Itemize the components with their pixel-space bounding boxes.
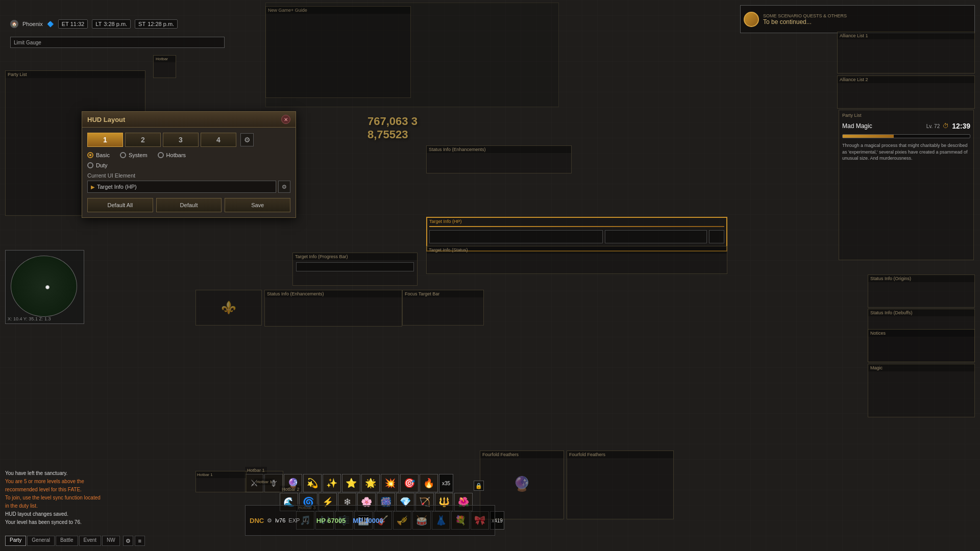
alliance-list-1-panel: Alliance List 1	[837, 32, 975, 73]
lt-label: LT	[95, 21, 102, 27]
focus-target-label: Focus Target Bar	[403, 290, 483, 297]
exp-hp: HP 67005	[316, 517, 346, 524]
radio-system[interactable]: System	[120, 152, 148, 158]
default-all-button[interactable]: Default All	[87, 198, 153, 212]
chat-tab-nw[interactable]: NW	[102, 536, 120, 546]
radio-basic[interactable]: Basic	[87, 152, 110, 158]
hotbar-lock-icon[interactable]: 🔒	[474, 481, 484, 491]
minimap-coords: X: 10.4 Y: 35.1 Z: 1.3	[8, 316, 51, 321]
status-info-label: Status Info (Enhancements)	[427, 146, 571, 153]
dialog-buttons: Default All Default Save	[87, 198, 290, 212]
hotbar1-slot-9[interactable]: 🎯	[400, 474, 419, 492]
step-gauge-icon: ⚜️	[221, 300, 236, 315]
limit-gauge: Limit Gauge	[10, 37, 225, 48]
target-progress-bar	[296, 262, 414, 271]
floating-numbers: 767,063 3 8,75523	[368, 115, 418, 141]
duty-name: Mad Magic	[842, 122, 872, 130]
chat-tab-battle[interactable]: Battle	[56, 536, 78, 546]
chat-msg-2: recommended level for this FATE.	[5, 486, 179, 494]
chat-tab-general[interactable]: General	[27, 536, 55, 546]
chat-tab-event[interactable]: Event	[79, 536, 102, 546]
off-hotbar-label: Fourfold Feathers	[567, 451, 673, 458]
st-time: 12:28 p.m.	[148, 21, 174, 27]
chat-settings-icon[interactable]: ⚙	[123, 536, 133, 546]
alliance-list-2-panel: Alliance List 2	[837, 76, 975, 109]
chat-msg-6: Your level has been synced to 76.	[5, 518, 179, 527]
target-status-label: Target Info (Status)	[427, 246, 727, 254]
exp-level-icon: ⚙	[267, 517, 272, 524]
hotbar-preview-label: Hotbar	[154, 56, 176, 62]
small-hotbar-label: Hotbar 1	[254, 479, 274, 485]
status-info-panel: Status Info (Enhancements)	[426, 145, 572, 173]
top-bar: 🏠 Phoenix 🔷 ET 11:32 LT 3:28 p.m. ST 12:…	[10, 19, 178, 29]
st-time-badge: ST 12:28 p.m.	[135, 19, 178, 29]
target-progress-panel: Target Info (Progress Bar)	[292, 253, 418, 286]
chat-msg-4: in the duty list.	[5, 502, 179, 510]
main-map-panel	[265, 3, 559, 107]
status-effects-label: Status Info (Origins)	[868, 275, 974, 282]
duty-list-panel: Party List Mad Magic Lv. 72 ⏱ 12:39 Thro…	[839, 110, 974, 260]
alliance1-label: Alliance List 1	[838, 32, 974, 39]
duty-list-label: Party List	[842, 113, 862, 118]
exp-job: DNC	[250, 517, 264, 524]
chat-msg-3: To join, use the level sync function loc…	[5, 494, 179, 502]
chat-tab-party[interactable]: Party	[5, 536, 26, 546]
radio-duty[interactable]: Duty	[87, 162, 108, 168]
diamond-icon: 🔷	[47, 21, 54, 28]
layout-tab-1[interactable]: 1	[87, 133, 123, 147]
hotbar-preview-panel: Hotbar	[153, 55, 176, 78]
st-label: ST	[138, 21, 145, 27]
extra-panel-1: Magic	[868, 364, 975, 417]
save-button[interactable]: Save	[225, 198, 290, 212]
element-gear-button[interactable]: ⚙	[278, 181, 290, 193]
element-dropdown-value: Target Info (HP)	[97, 184, 137, 190]
hotbar1-slot-6[interactable]: ⭐	[342, 474, 360, 492]
alliance2-label: Alliance List 2	[838, 76, 974, 83]
chat-tabs: Party General Battle Event NW ⚙ ≡	[5, 536, 145, 546]
radio-hotbars-label: Hotbars	[166, 152, 186, 158]
exp-bar-panel: DNC ⚙ lv76 EXP -/- HP 67005 MP 10000	[245, 505, 495, 536]
duty-description: Through a magical process that might cha…	[839, 140, 973, 164]
story-guide-status: To be continued...	[763, 18, 847, 26]
lt-time: 3:28 p.m.	[104, 21, 127, 27]
default-button[interactable]: Default	[156, 198, 222, 212]
chat-msg-0: You have left the sanctuary.	[5, 469, 179, 478]
hotbar1-slot-4[interactable]: 💫	[303, 474, 322, 492]
minimap-panel: X: 10.4 Y: 35.1 Z: 1.3	[5, 250, 84, 324]
story-icon	[744, 12, 759, 27]
layout-tab-3[interactable]: 3	[163, 133, 199, 147]
hotbar1-slot-5[interactable]: ✨	[323, 474, 341, 492]
radio-hotbars[interactable]: Hotbars	[158, 152, 186, 158]
et-time-badge: ET 11:32	[58, 19, 88, 29]
chat-msg-5: HUD layout changes saved.	[5, 510, 179, 518]
layout-tab-4[interactable]: 4	[201, 133, 236, 147]
filter-radio-group: Basic System Hotbars	[87, 152, 290, 158]
close-button[interactable]: ✕	[281, 115, 290, 124]
radio-system-label: System	[129, 152, 148, 158]
layout-settings-gear[interactable]: ⚙	[240, 133, 254, 146]
small-status-panel: Hotbar 1	[195, 471, 247, 492]
layout-tabs: 1 2 3 4 ⚙	[87, 133, 290, 147]
hotbar1-slot-8[interactable]: 💥	[381, 474, 399, 492]
radio-hotbars-circle	[158, 152, 164, 158]
hotbar1-slot-7[interactable]: 🌟	[361, 474, 380, 492]
radio-system-circle	[120, 152, 126, 158]
clock-icon: ⏱	[943, 122, 949, 130]
layout-tab-2[interactable]: 2	[125, 133, 161, 147]
chat-filter-icon[interactable]: ≡	[135, 536, 145, 546]
hotbar1-count-badge: x35	[439, 474, 453, 492]
dialog-title: HUD Layout	[87, 116, 125, 123]
chat-log: You have left the sanctuary. You are 5 o…	[5, 469, 179, 536]
element-dropdown[interactable]: ▶ Target Info (HP)	[87, 181, 276, 193]
duty-radio-group: Duty	[87, 162, 290, 168]
hotbar1-slot-10[interactable]: 🔥	[420, 474, 438, 492]
duty-level: Lv. 72	[926, 123, 940, 129]
radio-basic-circle	[87, 152, 93, 158]
dialog-body: 1 2 3 4 ⚙ Basic System Hotbars	[82, 128, 296, 217]
radio-duty-label: Duty	[96, 162, 108, 168]
current-element-label-text: Current UI Element	[87, 172, 290, 179]
duty-list-header: Party List	[839, 110, 973, 120]
notices-label: Notices	[868, 330, 974, 337]
status-enhancements-label: Status Info (Enhancements)	[265, 290, 402, 297]
server-name: Phoenix	[22, 21, 43, 27]
